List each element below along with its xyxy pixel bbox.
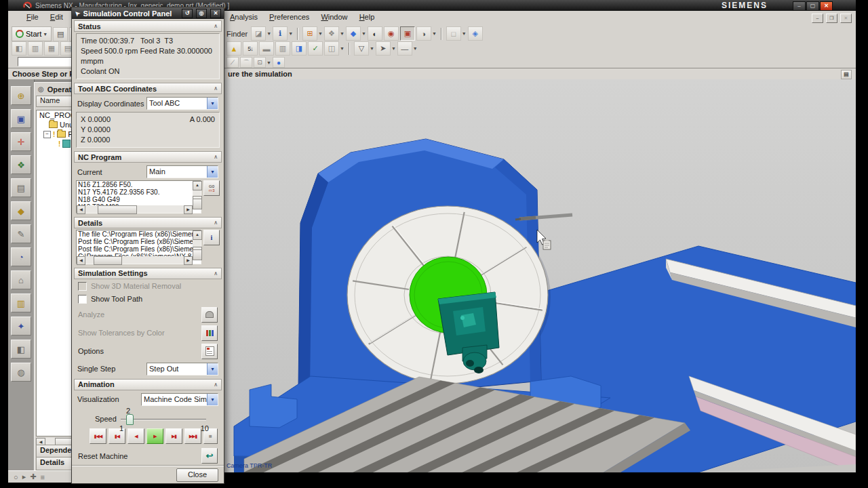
details-line[interactable]: Post file C:\Program Files (x86)\Siemer: [77, 238, 193, 245]
history-icon[interactable]: ✎: [11, 224, 31, 243]
current-program-select[interactable]: Main ▼: [146, 165, 218, 178]
reuse-library-icon[interactable]: ❖: [11, 155, 31, 174]
dialog-reset-icon[interactable]: ↺: [182, 9, 193, 18]
nc-line[interactable]: N16 Z1.2856 F50.: [77, 181, 193, 188]
line-tool-icon[interactable]: ⟋: [226, 57, 239, 68]
check-icon[interactable]: ✓: [308, 41, 323, 56]
single-step-select[interactable]: Step Out ▼: [146, 363, 218, 375]
new-file-icon[interactable]: ▤: [53, 27, 68, 41]
coords-section-header[interactable]: Tool ABC Coordinates∧: [74, 83, 222, 94]
details-vscrollbar[interactable]: ▲ ▼: [193, 230, 201, 256]
toolbar-icon[interactable]: ◧: [12, 41, 26, 56]
window-display-icon[interactable]: ⊞: [302, 26, 317, 41]
dialog-drag-icon[interactable]: ➤: [73, 9, 81, 17]
details-list[interactable]: The file C:\Program Files (x86)\Siemen P…: [76, 230, 201, 264]
half-shade-icon[interactable]: ◑: [416, 26, 431, 41]
filter-icon[interactable]: ▽: [354, 41, 369, 56]
status-icon[interactable]: ≡: [40, 473, 44, 481]
simulation-settings-section-header[interactable]: Simulation Settings∧: [74, 268, 222, 279]
maximize-button[interactable]: ▢: [806, 1, 819, 11]
mdi-restore-button[interactable]: ❐: [826, 14, 837, 23]
status-icon[interactable]: ○: [14, 473, 18, 481]
options-button[interactable]: [201, 344, 218, 359]
reset-machine-button[interactable]: ↩: [201, 448, 218, 464]
roles-icon[interactable]: ▥: [11, 293, 31, 312]
nc-line[interactable]: N17 Y5.4176 Z2.9356 F30.: [77, 188, 193, 196]
speed-slider-thumb[interactable]: [126, 414, 134, 425]
hand-block-icon[interactable]: ◫: [324, 41, 339, 56]
resource-bar-icon[interactable]: ◍: [11, 363, 31, 382]
selection-input[interactable]: [18, 57, 76, 66]
info-button[interactable]: i: [203, 230, 220, 245]
nc-list-vscrollbar[interactable]: ▲ ▼: [193, 181, 201, 205]
show-tool-path-checkbox[interactable]: [78, 295, 87, 304]
list-output-icon[interactable]: 5↓: [243, 41, 258, 56]
navigator-pin-icon[interactable]: ◎: [38, 85, 44, 93]
menu-edit[interactable]: Edit: [45, 11, 68, 21]
nc-program-section-header[interactable]: NC Program∧: [74, 151, 222, 163]
toolbar-icon[interactable]: ▥: [28, 41, 43, 56]
toolbar-icon[interactable]: ▦: [44, 41, 59, 56]
cue-icon[interactable]: ▤: [841, 70, 852, 79]
scroll-up-icon[interactable]: ▲: [193, 181, 202, 190]
status-section-header[interactable]: Status∧: [74, 20, 222, 32]
show-tool-path-label[interactable]: Show Tool Path: [91, 295, 142, 303]
process-studio-icon[interactable]: ◔: [11, 247, 31, 266]
animation-section-header[interactable]: Animation∧: [74, 379, 222, 390]
menu-preferences[interactable]: Preferences: [264, 11, 314, 21]
dialog-close-icon[interactable]: ✕: [210, 9, 221, 18]
display-coordinates-select[interactable]: Tool ABC ▼: [146, 97, 218, 110]
dialog-options-icon[interactable]: ◎: [196, 9, 207, 18]
reset-machine-label[interactable]: Reset Machine: [78, 452, 127, 460]
resource-bar-icon[interactable]: ◧: [11, 340, 31, 359]
scroll-left-icon[interactable]: ◀: [77, 256, 85, 265]
details-line[interactable]: The file C:\Program Files (x86)\Siemen: [77, 230, 193, 238]
nc-list-hscrollbar[interactable]: ◀ ▶: [77, 205, 193, 213]
rect-select-icon[interactable]: ⊡: [254, 57, 266, 68]
machine-sim-icon[interactable]: ▥: [275, 41, 290, 56]
start-button[interactable]: Start ▼: [12, 26, 52, 41]
details-section-header[interactable]: Details∧: [74, 217, 222, 228]
verify-toolpath-icon[interactable]: ▬: [259, 41, 274, 56]
system-scenes-icon[interactable]: ✦: [11, 317, 31, 336]
assembly-navigator-icon[interactable]: ⊕: [11, 86, 31, 105]
nc-program-list[interactable]: N16 Z1.2856 F50. N17 Y5.4176 Z2.9356 F30…: [76, 180, 201, 214]
go-to-start-button[interactable]: ▮◀◀: [90, 428, 106, 444]
play-forward-button[interactable]: ▶: [146, 428, 163, 444]
shaded-view-icon[interactable]: ◆: [346, 26, 361, 41]
menu-analysis[interactable]: Analysis: [225, 11, 262, 21]
dash-tool-icon[interactable]: —: [397, 41, 412, 56]
manufacturing-wizards-icon[interactable]: ⌂: [11, 270, 31, 289]
go-to-end-button[interactable]: ▶▶▮: [184, 428, 201, 444]
minimize-button[interactable]: –: [793, 1, 806, 11]
sphere-icon[interactable]: ●: [273, 57, 285, 68]
menu-file[interactable]: File: [22, 11, 43, 21]
collapse-expander-icon[interactable]: −: [43, 131, 51, 138]
scroll-up-icon[interactable]: ▲: [193, 230, 202, 240]
face-analysis-icon[interactable]: ◐: [368, 26, 382, 41]
show-by-lines-button[interactable]: G0▭3: [203, 180, 220, 196]
info-tool-icon[interactable]: ℹ: [273, 26, 288, 41]
nc-line[interactable]: N18 G40 G49: [77, 196, 193, 203]
play-backward-button[interactable]: ◀: [127, 428, 144, 444]
part-navigator-icon[interactable]: ✛: [11, 132, 31, 151]
viewport-3d[interactable]: Camera TPR-TR: [224, 79, 856, 472]
menu-help[interactable]: Help: [355, 11, 380, 21]
close-button[interactable]: Close: [176, 468, 218, 482]
empty-view-icon[interactable]: □: [446, 26, 461, 41]
menu-window[interactable]: Window: [316, 11, 352, 21]
web-browser-icon[interactable]: ◆: [11, 201, 31, 220]
status-icon[interactable]: ▸: [22, 472, 26, 481]
constraint-navigator-icon[interactable]: ▣: [11, 109, 31, 128]
visualization-select[interactable]: Machine Code Sim ▼: [141, 393, 218, 406]
touch-icon[interactable]: ◪: [251, 26, 266, 41]
mdi-minimize-button[interactable]: –: [812, 14, 823, 23]
wireframe-view-icon[interactable]: ◉: [384, 26, 399, 41]
details-line[interactable]: Post file C:\Program Files (x86)\Siemer: [77, 245, 193, 253]
status-icon[interactable]: ✚: [30, 472, 36, 481]
arrow-tool-icon[interactable]: ➤: [376, 41, 391, 56]
details-hscrollbar[interactable]: ◀ ▶: [77, 256, 193, 264]
generate-toolpath-icon[interactable]: ▲: [226, 41, 241, 56]
scroll-right-icon[interactable]: ▶: [184, 205, 193, 214]
step-forward-button[interactable]: ▶▮: [165, 428, 182, 444]
